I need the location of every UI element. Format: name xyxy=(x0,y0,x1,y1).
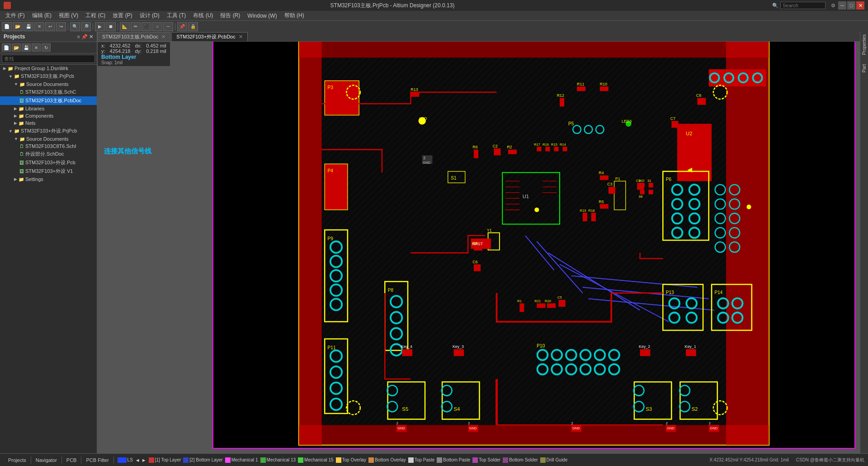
toolbar-btn-13[interactable]: 📐 xyxy=(120,22,130,31)
toolbar-btn-3[interactable]: ✕ xyxy=(34,22,44,31)
layer-mech13[interactable]: Mechanical 13 xyxy=(260,457,296,463)
toolbar-btn-0[interactable]: 📄 xyxy=(2,22,12,31)
panel-menu-btn[interactable]: ≡ xyxy=(77,34,80,40)
close-button[interactable]: ✕ xyxy=(856,1,864,10)
layer-ls[interactable]: LS xyxy=(118,457,133,463)
tree-icon-sch1: 🗒 xyxy=(19,90,24,95)
menu-item-6[interactable]: 工具 (T) xyxy=(163,11,190,20)
tree-item-sch2[interactable]: 🗒STM32F103C8T6.SchI xyxy=(0,143,97,150)
svg-rect-46 xyxy=(577,86,585,91)
toolbar-btn-2[interactable]: 💾 xyxy=(24,22,33,31)
toolbar-btn-5[interactable]: ↪ xyxy=(56,22,66,31)
dy-label: dy: xyxy=(135,48,142,54)
layer-bottomsolder[interactable]: Bottom Solder xyxy=(503,457,538,463)
tree-search-input[interactable] xyxy=(2,55,95,63)
toolbar-btn-15[interactable]: ⬛ xyxy=(142,22,151,31)
tree-item-pcb3[interactable]: 🖼STM32F103+外设 V1 xyxy=(0,167,97,176)
toolbar-btn-14[interactable]: ✏ xyxy=(131,22,141,31)
minimize-button[interactable]: ─ xyxy=(838,1,846,10)
menu-item-8[interactable]: 报告 (R) xyxy=(217,11,244,20)
panel-close-btn[interactable]: ✕ xyxy=(89,34,93,40)
search-input[interactable] xyxy=(780,2,826,9)
part-tab[interactable]: Part xyxy=(861,62,868,75)
status-tab-projects[interactable]: Projects xyxy=(4,456,31,464)
tree-item-pcb2[interactable]: 🖼STM32F103+外设.Pcb xyxy=(0,158,97,167)
menu-item-4[interactable]: 放置 (P) xyxy=(109,11,136,20)
toolbar-btn-10[interactable]: ▶ xyxy=(95,22,105,31)
tree-item-prj2[interactable]: ▼📁STM32F103+外设.PrjPcb xyxy=(0,127,97,135)
pcb-board[interactable]: P3 P4 P9 P11 xyxy=(212,34,855,449)
tab-close-2[interactable]: ✕ xyxy=(239,34,243,39)
menu-item-1[interactable]: 编辑 (E) xyxy=(28,11,55,20)
toolbar-btn-1[interactable]: 📂 xyxy=(13,22,23,31)
layer-bottomoverlay[interactable]: Bottom Overlay xyxy=(368,457,406,463)
tree-icon-pcb3: 🖼 xyxy=(19,169,24,174)
panel-pin-btn[interactable]: 📌 xyxy=(81,34,88,40)
tree-label-pcb2: STM32F103+外设.Pcb xyxy=(25,159,75,166)
toolbar-btn-20[interactable]: 🔒 xyxy=(188,22,198,31)
layer-mech1[interactable]: Mechanical 1 xyxy=(225,457,258,463)
toolbar-btn-16[interactable]: ○ xyxy=(152,22,162,31)
toolbar-btn-19[interactable]: 📌 xyxy=(177,22,187,31)
layer-topsolder[interactable]: Top Solder xyxy=(472,457,500,463)
tree-label-sch3: 外设部分.SchDoc xyxy=(25,151,64,157)
tree-item-comp1[interactable]: ▶📁Components xyxy=(0,112,97,119)
layer-bottompaste[interactable]: Bottom Paste xyxy=(437,457,470,463)
layer-bottom[interactable]: [2] Bottom Layer xyxy=(183,457,222,463)
x-label: x: xyxy=(101,43,105,48)
layer-topoverlay[interactable]: Top Overlay xyxy=(336,457,366,463)
menu-item-0[interactable]: 文件 (F) xyxy=(2,11,28,20)
svg-text:C8: C8 xyxy=(696,93,701,98)
tree-label-pcb3: STM32F103+外设 V1 xyxy=(25,168,73,175)
toolbar-btn-4[interactable]: ↩ xyxy=(45,22,55,31)
menu-item-5[interactable]: 设计 (D) xyxy=(136,11,163,20)
toolbar-btn-8[interactable]: 🔎 xyxy=(81,22,91,31)
svg-text:◄: ◄ xyxy=(686,165,694,174)
layer-drillguide[interactable]: Drill Guide xyxy=(540,457,568,463)
menu-item-2[interactable]: 视图 (V) xyxy=(55,11,82,20)
menu-item-9[interactable]: Window (W) xyxy=(244,12,280,20)
menu-item-7[interactable]: 布线 (U) xyxy=(189,11,217,20)
menu-bar: 文件 (F)编辑 (E)视图 (V)工程 (C)放置 (P)设计 (D)工具 (… xyxy=(0,11,868,21)
tree-item-pcb1[interactable]: 🖼STM32F103主板.PcbDoc xyxy=(0,96,97,105)
restore-button[interactable]: □ xyxy=(847,1,855,10)
pcb-area[interactable]: 连接其他信号线 xyxy=(97,32,860,453)
tab-pcb1[interactable]: STM32F103主板.PcbDoc ✕ xyxy=(97,32,170,41)
tree-item-src2[interactable]: ▼📁Source Documents xyxy=(0,135,97,143)
status-tab-pcbfilter[interactable]: PCB Filter xyxy=(81,456,113,464)
layer-arrows[interactable]: ◄ ► xyxy=(135,457,146,463)
open-btn[interactable]: 📂 xyxy=(12,43,21,52)
tree-item-sch3[interactable]: 🗒外设部分.SchDoc xyxy=(0,150,97,158)
menu-item-10[interactable]: 帮助 (H) xyxy=(281,11,308,20)
close-proj-btn[interactable]: ✕ xyxy=(32,43,41,52)
tree-item-prj1[interactable]: ▼📁STM32F103主板.PrjPcb xyxy=(0,72,97,81)
layer-top[interactable]: [1] Top Layer xyxy=(149,457,181,463)
menu-item-3[interactable]: 工程 (C) xyxy=(82,11,109,20)
tree-item-net1[interactable]: ▶📁Nets xyxy=(0,119,97,127)
toolbar-btn-11[interactable]: ⏹ xyxy=(106,22,116,31)
properties-tab[interactable]: Properties xyxy=(861,32,868,58)
tree-item-sch1[interactable]: 🗒STM32F103主板.SchC xyxy=(0,88,97,96)
toolbar-btn-17[interactable]: ─ xyxy=(163,22,173,31)
new-btn[interactable]: 📄 xyxy=(2,43,11,52)
tab-pcb2[interactable]: STM32F103+外设.PcbDoc ✕ xyxy=(171,32,248,41)
status-coords: X:4232.452mil Y:4254.218mil Grid: 1mil xyxy=(709,457,788,462)
tree-item-src1[interactable]: ▼📁Source Documents xyxy=(0,81,97,88)
tree-icon-prj1: 📁 xyxy=(14,74,19,79)
tab-close-1[interactable]: ✕ xyxy=(161,34,165,39)
status-tab-pcb[interactable]: PCB xyxy=(62,456,82,464)
refresh-btn[interactable]: ↻ xyxy=(42,43,51,52)
search-area: 🔍 xyxy=(772,2,826,9)
layer-toppaste[interactable]: Top Paste xyxy=(408,457,434,463)
svg-text:68: 68 xyxy=(639,195,642,199)
status-tab-navigator[interactable]: Navigator xyxy=(31,456,62,464)
tree-item-set1[interactable]: ▶📁Settings xyxy=(0,176,97,183)
settings-icon[interactable]: ⚙ xyxy=(829,1,837,10)
save-btn[interactable]: 💾 xyxy=(22,43,31,52)
tree-icon-comp1: 📁 xyxy=(19,114,24,119)
layer-mech15[interactable]: Mechanical 15 xyxy=(298,457,333,463)
toolbar-btn-7[interactable]: 🔍 xyxy=(70,22,80,31)
tree-item-pg1[interactable]: ▶📁Project Group 1.DsnWrk xyxy=(0,65,97,72)
tree-item-lib1[interactable]: ▶📁Libraries xyxy=(0,105,97,112)
tree-arrow-src2: ▼ xyxy=(14,137,18,141)
